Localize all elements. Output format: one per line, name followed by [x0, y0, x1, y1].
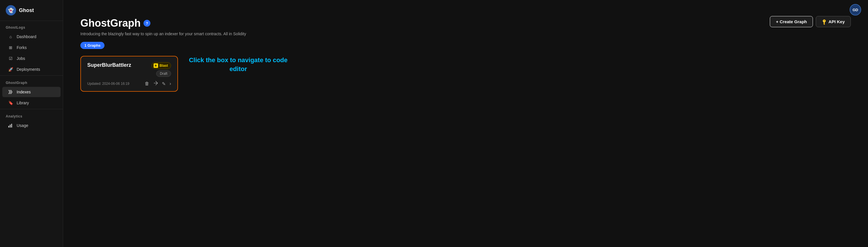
api-key-button[interactable]: 🔑 API Key [816, 16, 851, 27]
card-name: SuperBlurBattlerz [87, 62, 131, 68]
sidebar-item-label: Jobs [17, 56, 25, 61]
blast-logo: B [154, 63, 158, 68]
app-name: Ghost [19, 7, 34, 13]
section-analytics: Analytics [0, 110, 63, 120]
delete-icon[interactable]: 🗑 [145, 81, 149, 86]
section-ghostgraph: GhostGraph [0, 76, 63, 86]
key-icon: 🔑 [821, 18, 828, 25]
api-key-label: API Key [828, 19, 845, 24]
card-footer: Updated: 2024-06-06 16:19 🗑 ✎ › [87, 81, 171, 86]
sidebar-item-indexes[interactable]: Indexes [2, 87, 61, 97]
main-content: GD GhostGraph ? Introducing the blazingl… [63, 0, 868, 247]
sidebar-item-deployments[interactable]: 🚀 Deployments [2, 64, 61, 74]
card-header: SuperBlurBattlerz B Blast Draft [87, 62, 171, 77]
card-updated: Updated: 2024-06-06 16:19 [87, 82, 129, 86]
help-icon[interactable]: ? [144, 20, 150, 27]
deploy-icon[interactable] [153, 81, 158, 86]
action-buttons: + Create Graph 🔑 API Key [770, 16, 851, 27]
chain-label: Blast [160, 64, 168, 68]
page-subtitle: Introducing the blazingly fast way to sp… [81, 32, 851, 36]
card-actions: 🗑 ✎ › [145, 81, 171, 86]
deployments-icon: 🚀 [8, 67, 13, 72]
status-badge: Draft [156, 70, 171, 77]
usage-icon [8, 123, 13, 128]
sidebar-item-label: Deployments [17, 67, 40, 72]
sidebar-item-usage[interactable]: Usage [2, 120, 61, 131]
svg-rect-1 [10, 125, 11, 128]
indexes-icon [8, 90, 13, 95]
svg-rect-2 [11, 124, 12, 128]
content-area: GhostGraph ? Introducing the blazingly f… [63, 0, 868, 103]
library-icon: 🔖 [8, 100, 13, 105]
sidebar: 👻 Ghost GhostLogs ⌂ Dashboard ⊞ Forks ☑ … [0, 0, 63, 247]
jobs-icon: ☑ [8, 56, 13, 61]
app-logo[interactable]: 👻 Ghost [0, 0, 63, 21]
graphs-badge: 1 Graphs [81, 42, 104, 49]
graph-card[interactable]: SuperBlurBattlerz B Blast Draft Updated:… [81, 56, 178, 92]
section-ghostlogs: GhostLogs [0, 21, 63, 31]
sidebar-item-dashboard[interactable]: ⌂ Dashboard [2, 32, 61, 42]
forks-icon: ⊞ [8, 45, 13, 50]
card-tags: B Blast Draft [152, 62, 171, 77]
sidebar-item-label: Dashboard [17, 34, 36, 39]
page-title-row: GhostGraph ? [81, 17, 851, 29]
navigate-icon[interactable]: › [169, 81, 171, 86]
sidebar-item-forks[interactable]: ⊞ Forks [2, 42, 61, 53]
logo-icon: 👻 [6, 5, 16, 15]
home-icon: ⌂ [8, 34, 13, 39]
sidebar-item-label: Usage [17, 123, 28, 128]
sidebar-item-label: Forks [17, 45, 27, 50]
create-graph-button[interactable]: + Create Graph [770, 16, 813, 27]
svg-rect-0 [8, 126, 9, 128]
user-avatar[interactable]: GD [849, 4, 861, 15]
sidebar-item-label: Library [17, 101, 29, 105]
page-title: GhostGraph [81, 17, 141, 29]
edit-icon[interactable]: ✎ [162, 81, 166, 86]
cards-area: SuperBlurBattlerz B Blast Draft Updated:… [81, 56, 851, 92]
helper-text: Click the box to navigate to code editor [187, 56, 290, 74]
sidebar-item-library[interactable]: 🔖 Library [2, 98, 61, 108]
sidebar-item-label: Indexes [17, 90, 31, 94]
chain-tag: B Blast [152, 62, 171, 69]
sidebar-item-jobs[interactable]: ☑ Jobs [2, 53, 61, 64]
